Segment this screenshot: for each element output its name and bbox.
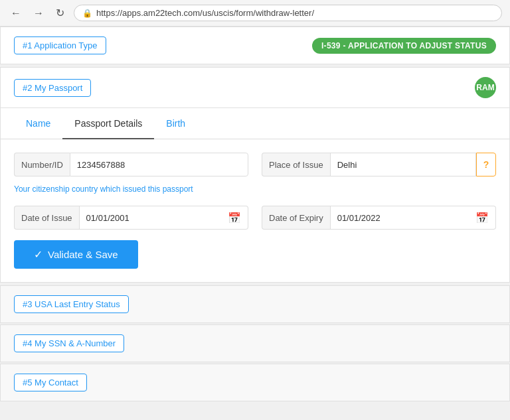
date-of-expiry-group: Date of Expiry 📅: [262, 206, 496, 230]
passport-tabs: Name Passport Details Birth: [1, 108, 509, 139]
contact-tag[interactable]: #5 My Contact: [14, 374, 87, 391]
usa-last-entry-tag[interactable]: #3 USA Last Entry Status: [14, 295, 129, 313]
application-type-tag[interactable]: #1 Application Type: [14, 36, 106, 54]
contact-section: #5 My Contact: [0, 364, 510, 401]
number-id-label: Number/ID: [14, 153, 70, 176]
place-of-issue-group: Place of Issue ?: [262, 153, 496, 176]
back-button[interactable]: ←: [8, 6, 24, 21]
url-text: https://apps.am22tech.com/us/uscis/form/…: [96, 8, 493, 18]
validate-save-label: Validate & Save: [48, 249, 118, 260]
date-of-expiry-label: Date of Expiry: [262, 206, 330, 230]
application-type-badge: I-539 - APPLICATION TO ADJUST STATUS: [312, 38, 496, 54]
checkmark-icon: ✓: [34, 248, 42, 261]
my-passport-tag[interactable]: #2 My Passport: [14, 79, 91, 97]
tab-name[interactable]: Name: [14, 109, 62, 139]
place-of-issue-help-button[interactable]: ?: [476, 153, 496, 176]
ssn-section: #4 My SSN & A-Number: [0, 324, 510, 362]
date-of-issue-input[interactable]: [79, 206, 221, 230]
validate-save-button[interactable]: ✓ Validate & Save: [14, 240, 138, 269]
number-id-input[interactable]: [70, 153, 248, 176]
refresh-button[interactable]: ↻: [53, 5, 67, 21]
tab-birth[interactable]: Birth: [154, 109, 197, 139]
date-of-issue-label: Date of Issue: [14, 206, 79, 230]
tab-passport-details[interactable]: Passport Details: [62, 109, 154, 139]
my-passport-section: #2 My Passport RAM: [0, 67, 510, 107]
forward-button[interactable]: →: [31, 6, 46, 21]
form-row-1: Number/ID Place of Issue ?: [1, 153, 509, 176]
place-of-issue-input[interactable]: [330, 153, 476, 176]
citizenship-note: Your citizenship country which issued th…: [1, 182, 509, 196]
page-content: #1 Application Type I-539 - APPLICATION …: [0, 27, 510, 420]
address-bar: 🔒 https://apps.am22tech.com/us/uscis/for…: [74, 5, 502, 21]
ssn-tag[interactable]: #4 My SSN & A-Number: [14, 334, 124, 352]
number-id-group: Number/ID: [14, 153, 248, 176]
place-of-issue-label: Place of Issue: [262, 153, 330, 176]
application-type-section: #1 Application Type I-539 - APPLICATION …: [0, 27, 510, 64]
form-row-2: Date of Issue 📅 Date of Expiry 📅: [1, 206, 509, 230]
date-of-expiry-input[interactable]: [330, 206, 469, 230]
date-of-expiry-calendar-icon[interactable]: 📅: [469, 206, 496, 230]
lock-icon: 🔒: [82, 9, 92, 18]
date-of-issue-group: Date of Issue 📅: [14, 206, 248, 230]
browser-chrome: ← → ↻ 🔒 https://apps.am22tech.com/us/usc…: [0, 0, 510, 27]
date-of-issue-calendar-icon[interactable]: 📅: [221, 206, 248, 230]
passport-detail-section: Name Passport Details Birth Number/ID Pl…: [0, 107, 510, 283]
passport-user-badge: RAM: [475, 77, 496, 98]
usa-last-entry-section: #3 USA Last Entry Status: [0, 285, 510, 323]
